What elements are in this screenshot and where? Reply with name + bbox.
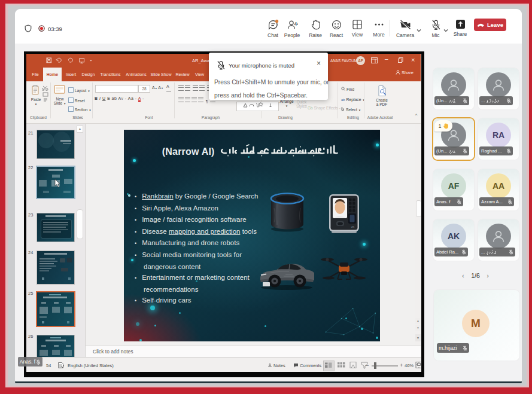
svg-text:44: 44 — [294, 21, 298, 27]
svg-text:ZK: ZK — [351, 225, 354, 228]
